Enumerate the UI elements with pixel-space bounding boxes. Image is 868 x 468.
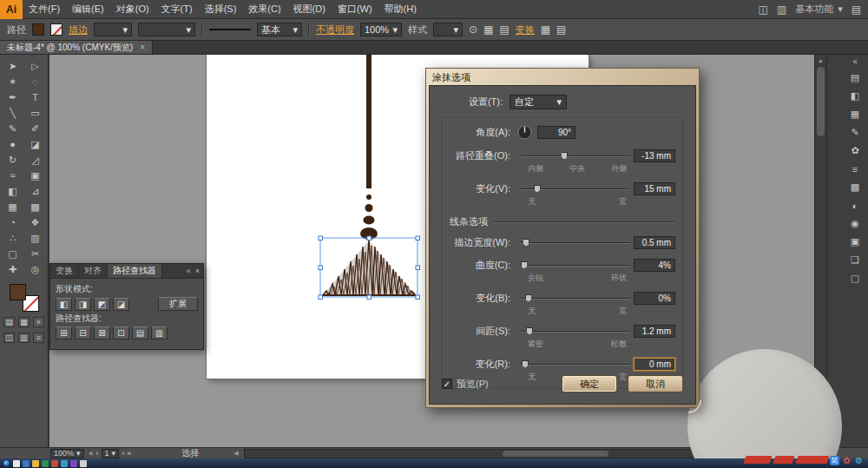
stroke-width-value[interactable]: 0.5 mm [634, 236, 675, 249]
swatches-panel-icon[interactable]: ▦ [846, 106, 864, 122]
taskbar-app-icon[interactable] [51, 460, 58, 467]
transform-panel-link[interactable]: 变换 [516, 23, 535, 36]
slider-thumb[interactable] [522, 360, 529, 368]
brush-definition-select[interactable]: 基本 ▾ [257, 23, 302, 36]
distribute-icons[interactable]: ▤ [556, 23, 566, 36]
slider-thumb[interactable] [525, 294, 532, 302]
symbol-sprayer-tool[interactable]: ∴ [2, 230, 24, 246]
broom-stick[interactable] [366, 55, 372, 188]
color-guide-panel-icon[interactable]: ◧ [846, 88, 864, 104]
width-tool[interactable]: ≈ [2, 168, 24, 183]
gradient-tool[interactable]: ▩ [24, 199, 47, 214]
slice-tool[interactable]: ✂ [24, 246, 47, 261]
opacity-select[interactable]: 100% ▾ [360, 23, 402, 36]
appearance-panel-icon[interactable]: ◉ [846, 215, 864, 232]
close-icon[interactable]: × [195, 267, 200, 275]
none-button[interactable]: × [33, 317, 44, 327]
menu-item[interactable]: 文件(F) [23, 0, 66, 19]
zoom-select[interactable]: 100% ▾ [50, 449, 84, 458]
gradient-panel-icon[interactable]: ▩ [846, 179, 864, 195]
settings-select[interactable]: 自定 ▾ [510, 95, 567, 109]
rectangle-tool[interactable]: ▭ [24, 105, 47, 121]
vertical-scroll-thumb[interactable] [817, 67, 825, 136]
variation-b-value[interactable]: 0% [634, 292, 675, 305]
stroke-none-swatch[interactable] [50, 23, 62, 36]
menu-item[interactable]: 视图(D) [287, 0, 332, 19]
stroke-weight-select[interactable]: ▾ [94, 23, 132, 36]
shape-builder-tool[interactable]: ◧ [2, 183, 24, 199]
direct-selection-tool[interactable]: ▷ [24, 58, 47, 74]
start-button[interactable] [3, 459, 10, 467]
selection-tool[interactable]: ➤ [2, 58, 24, 74]
mesh-tool[interactable]: ▦ [2, 199, 24, 214]
tab-transform[interactable]: 变换 [50, 264, 79, 278]
document-tab[interactable]: 未标题-4* @ 100% (CMYK/预览) × [0, 41, 153, 54]
expand-button[interactable]: 扩展 [158, 297, 198, 311]
resize-grip[interactable] [687, 399, 702, 414]
pen-tool[interactable]: ✒ [2, 89, 24, 105]
scale-tool[interactable]: ◿ [24, 152, 47, 168]
workspace-switcher[interactable]: 基本功能 ▾ [795, 3, 843, 16]
slider-thumb[interactable] [521, 261, 528, 269]
document-setup-icon[interactable]: ▦ [483, 23, 493, 36]
slider-thumb[interactable] [523, 239, 529, 247]
tab-pathfinder[interactable]: 路径查找器 [108, 264, 162, 278]
variation-b-slider[interactable] [521, 293, 630, 304]
spacing-slider[interactable] [521, 326, 630, 337]
path-overlap-slider[interactable] [521, 150, 630, 161]
line-segment-tool[interactable]: ╲ [2, 105, 24, 121]
variation-v-slider[interactable] [521, 183, 630, 194]
stroke-panel-link[interactable]: 描边 [69, 23, 88, 36]
perspective-grid-tool[interactable]: ⊿ [24, 183, 47, 199]
normal-screen-mode-button[interactable]: ◫ [3, 333, 15, 343]
stroke-width-slider[interactable] [521, 237, 630, 248]
menu-item[interactable]: 编辑(E) [66, 0, 110, 19]
slider-thumb[interactable] [561, 152, 568, 160]
ok-button[interactable]: 确定 [562, 375, 617, 392]
gradient-button[interactable]: ▦ [18, 317, 30, 327]
variation-r-value[interactable]: 0 mm [634, 358, 675, 371]
full-screen-mode-button[interactable]: ≡ [33, 333, 44, 343]
path-overlap-value[interactable]: -13 mm [634, 149, 675, 162]
ime-jian-badge[interactable]: 简 [830, 456, 839, 465]
menu-item[interactable]: 窗口(W) [332, 0, 378, 19]
free-transform-tool[interactable]: ▣ [24, 168, 47, 183]
align-icons[interactable]: ▦ [541, 23, 550, 36]
graphic-styles-panel-icon[interactable]: ▣ [846, 234, 864, 250]
menu-item[interactable]: 帮助(H) [378, 0, 423, 19]
dialog-title[interactable]: 涂抹选项 [429, 70, 696, 84]
menu-item[interactable]: 文字(T) [155, 0, 199, 19]
style-select[interactable]: ▾ [433, 23, 463, 36]
variable-width-select[interactable]: ▾ [138, 23, 195, 36]
next-artboard-icon[interactable]: › [122, 449, 124, 458]
preferences-icon[interactable]: ▤ [499, 23, 509, 36]
angle-dial[interactable] [517, 125, 532, 140]
variation-v-value[interactable]: 15 mm [634, 182, 675, 195]
eraser-tool[interactable]: ◪ [24, 136, 47, 152]
scroll-up-icon[interactable]: ▲ [815, 55, 826, 65]
close-icon[interactable]: × [140, 43, 145, 52]
menu-item[interactable]: 效果(C) [242, 0, 286, 19]
taskbar-app-icon[interactable] [80, 460, 87, 467]
curviness-slider[interactable] [521, 260, 630, 271]
taskbar-app-icon[interactable] [42, 460, 49, 467]
collapse-icon[interactable]: « [187, 267, 191, 275]
broom-dot[interactable] [366, 194, 372, 200]
unite-button[interactable]: ◧ [56, 298, 72, 311]
cancel-button[interactable]: 取消 [628, 375, 683, 392]
color-panel-icon[interactable]: ▤ [846, 69, 864, 86]
color-button[interactable]: ▤ [3, 317, 15, 327]
broom-dot[interactable] [364, 216, 375, 225]
blob-brush-tool[interactable]: ● [2, 136, 24, 152]
paintbrush-tool[interactable]: ✎ [2, 121, 24, 136]
prev-artboard-icon[interactable]: ‹ [96, 449, 99, 458]
brushes-panel-icon[interactable]: ✎ [846, 124, 864, 141]
menu-item[interactable]: 对象(O) [110, 0, 155, 19]
taskbar-app-icon[interactable] [23, 460, 30, 467]
blend-tool[interactable]: ❖ [24, 214, 47, 230]
fill-color-swatch[interactable] [32, 23, 44, 36]
variation-r-slider[interactable] [521, 359, 630, 370]
last-artboard-icon[interactable]: » [127, 449, 131, 458]
arrange-documents-icon[interactable]: ▥ [777, 3, 786, 16]
stroke-panel-icon[interactable]: ≡ [846, 161, 864, 177]
